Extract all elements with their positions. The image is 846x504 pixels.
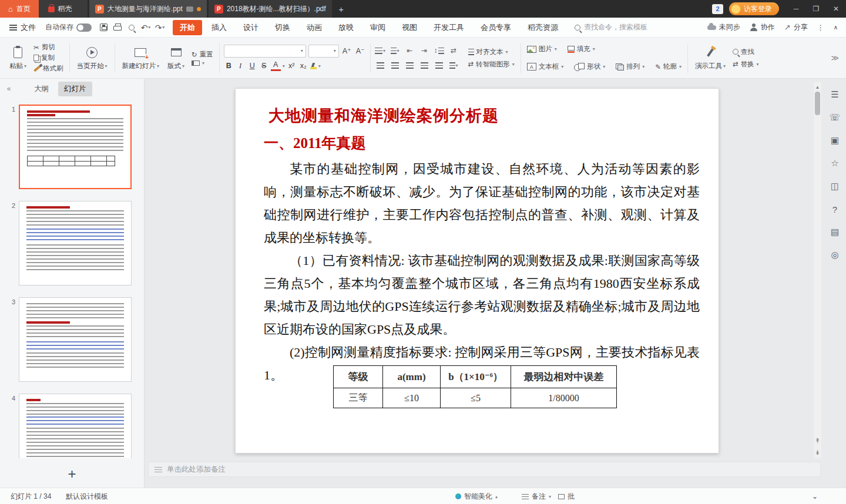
tab-home-ribbon[interactable]: 开始 <box>173 20 202 35</box>
chart-icon[interactable]: ▤ <box>828 226 841 238</box>
notes-toggle-button[interactable]: 备注 ▾ <box>522 488 551 504</box>
slide-thumbnail-1[interactable] <box>19 105 132 189</box>
vertical-scrollbar[interactable]: ▲ ↟ ↡ <box>814 82 821 458</box>
strikethrough-button[interactable]: S <box>259 61 269 72</box>
next-slide-icon[interactable]: ↡ <box>814 446 821 458</box>
ribbon-expand-icon[interactable]: ≫ <box>826 53 844 62</box>
notes-bar[interactable]: 单击此处添加备注 <box>148 462 821 477</box>
reset-button[interactable]: ↻重置 <box>190 50 215 59</box>
outline-button[interactable]: ✎轮廓▾ <box>653 62 683 71</box>
picture-button[interactable]: 图片▾ <box>525 45 559 53</box>
document-tab-pdf[interactable]: P 2018教材-测绘...教材扫描）.pdf <box>209 0 332 18</box>
presentation-tools-button[interactable]: 演示工具▾ <box>692 44 728 72</box>
convert-smartart-button[interactable]: ⇄转智能图形▾ <box>466 60 516 69</box>
distribute-button[interactable] <box>434 60 445 71</box>
new-slide-button[interactable]: 新建幻灯片▾ <box>119 44 163 72</box>
tab-outline[interactable]: 大纲 <box>28 82 55 96</box>
tab-docer-res[interactable]: 稻壳资源 <box>521 20 565 35</box>
underline-button[interactable]: U <box>247 61 257 72</box>
tab-animation[interactable]: 动画 <box>300 20 329 35</box>
increase-indent-button[interactable]: ⇥ <box>419 45 430 56</box>
smart-beautify-button[interactable]: 智能美化 ▴ <box>455 488 498 504</box>
tab-slideshow[interactable]: 放映 <box>331 20 361 35</box>
redo-button[interactable]: ↷▾ <box>153 21 167 35</box>
add-slide-button[interactable]: + <box>0 464 144 484</box>
superscript-button[interactable]: x² <box>287 61 297 72</box>
help-icon[interactable]: ? <box>828 203 841 216</box>
command-search[interactable]: 查找命令，搜索模板 <box>575 22 647 32</box>
login-button[interactable]: 访客登录 <box>729 2 779 15</box>
minimize-button[interactable]: ─ <box>786 0 806 18</box>
design-template[interactable]: 默认设计模板 <box>66 488 108 504</box>
replace-button[interactable]: ⇄替换▾ <box>731 60 761 69</box>
slide-paragraph-1[interactable]: 某市的基础控制网，因受城市建设、自然环境、人为活动等因素的影响，测量标志不断破坏… <box>264 157 700 249</box>
copy-button[interactable]: 复制 <box>32 53 65 62</box>
sync-status[interactable]: 未同步 <box>707 22 740 32</box>
text-direction-button[interactable]: ⇄ <box>448 45 459 56</box>
shrink-font-button[interactable]: A⁻ <box>355 45 366 56</box>
slide-thumbnail-4[interactable] <box>19 394 132 458</box>
share-button[interactable]: ↗ 分享 <box>784 22 808 32</box>
slide-thumbnail-3[interactable] <box>19 297 132 382</box>
save-button[interactable] <box>96 21 110 35</box>
chevron-down-icon[interactable]: ⌄ <box>812 488 818 504</box>
task-pane-icon[interactable]: ☰ <box>828 88 841 101</box>
line-spacing-button[interactable]: ↕ <box>434 45 445 56</box>
format-painter-button[interactable]: 格式刷 <box>32 64 65 73</box>
shapes-button[interactable]: 形状▾ <box>572 62 607 71</box>
location-icon[interactable]: ◎ <box>828 248 841 261</box>
find-button[interactable]: 查找 <box>731 48 761 56</box>
new-tab-button[interactable]: + <box>332 0 351 18</box>
bold-button[interactable]: B <box>224 61 234 72</box>
close-button[interactable]: ✕ <box>826 0 846 18</box>
layout-button[interactable]: 版式▾ <box>164 44 187 72</box>
print-preview-button[interactable] <box>125 21 139 35</box>
align-left-button[interactable] <box>375 60 386 71</box>
slide-paragraph-2[interactable]: （1）已有资料情况: 该市基础控制网的观测数据及成果:联测国家高等级三角点5个，… <box>264 249 700 341</box>
collapse-ribbon-icon[interactable]: ∧ <box>834 24 838 31</box>
grow-font-button[interactable]: A⁺ <box>341 45 352 56</box>
slide-canvas[interactable]: 大地测量和海洋测绘案例分析题 一、2011年真题 某市的基础控制网，因受城市建设… <box>235 88 719 453</box>
customer-service-icon[interactable]: ☏ <box>828 111 841 124</box>
highlight-icon[interactable] <box>310 67 317 69</box>
skin-icon[interactable]: ▣ <box>828 134 841 147</box>
decrease-indent-button[interactable]: ⇤ <box>404 45 415 56</box>
tab-view[interactable]: 视图 <box>395 20 424 35</box>
tab-slides[interactable]: 幻灯片 <box>58 82 92 96</box>
textbox-button[interactable]: A文本框▾ <box>525 62 566 71</box>
spec-table[interactable]: 等级 a(mm) b（1×10⁻⁶） 最弱边相对中误差 三等 ≤10 ≤5 1/… <box>333 365 617 408</box>
arrange-button[interactable]: 排列▾ <box>614 62 646 71</box>
collapse-panel-icon[interactable]: « <box>0 85 18 93</box>
font-color-button[interactable]: A <box>271 61 281 71</box>
align-right-button[interactable] <box>404 60 415 71</box>
font-size-select[interactable]: ▾ <box>308 45 339 58</box>
more-menu-icon[interactable]: ⋮ <box>817 23 824 32</box>
tab-insert[interactable]: 插入 <box>204 20 234 35</box>
slide-title[interactable]: 大地测量和海洋测绘案例分析题 <box>268 105 697 126</box>
scrollbar-thumb[interactable] <box>815 92 820 115</box>
file-menu[interactable]: 文件 <box>5 22 41 33</box>
columns-button[interactable]: ▾ <box>448 60 459 71</box>
subscript-button[interactable]: x₂ <box>298 61 308 72</box>
play-from-current-button[interactable]: 当页开始▾ <box>74 44 110 72</box>
tab-devtools[interactable]: 开发工具 <box>427 20 471 35</box>
comment-button[interactable]: 批 <box>558 488 575 504</box>
paste-button[interactable]: 粘贴▾ <box>6 44 29 72</box>
home-tab[interactable]: ⌂ 首页 <box>0 0 39 18</box>
autosave-toggle[interactable] <box>76 23 92 32</box>
maximize-button[interactable]: ❐ <box>806 0 826 18</box>
section-button[interactable]: ▾ <box>190 61 215 66</box>
tab-design[interactable]: 设计 <box>236 20 266 35</box>
bullet-list-button[interactable]: ▾ <box>375 45 386 56</box>
print-button[interactable] <box>110 21 125 35</box>
docer-tab[interactable]: 稻壳 <box>39 0 88 18</box>
scroll-up-icon[interactable]: ▲ <box>814 82 821 92</box>
document-tab-ppt[interactable]: P 大地测量与海洋测绘.ppt <box>89 0 207 18</box>
collaborate-button[interactable]: 协作 <box>750 22 775 32</box>
previous-slide-icon[interactable]: ↟ <box>814 435 821 446</box>
slide-thumbnail-2[interactable] <box>19 201 132 285</box>
undo-button[interactable]: ↶▾ <box>139 21 153 35</box>
numbered-list-button[interactable]: ▾ <box>390 45 401 56</box>
font-family-select[interactable]: ▾ <box>224 45 306 58</box>
pages-icon[interactable]: ◫ <box>828 180 841 193</box>
